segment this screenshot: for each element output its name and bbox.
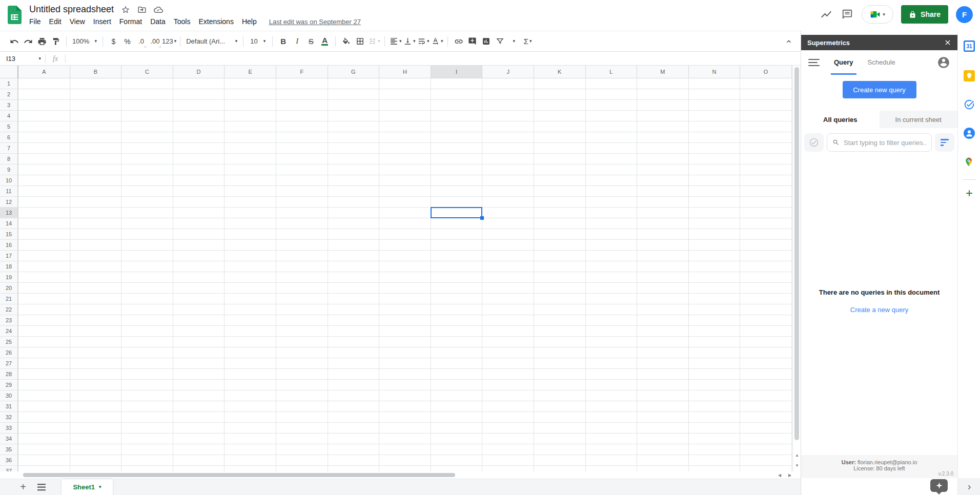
column-header-D[interactable]: D (173, 66, 225, 78)
cell-B30[interactable] (70, 390, 122, 401)
keep-icon[interactable] (964, 70, 975, 81)
sheets-logo[interactable] (8, 6, 22, 24)
cell-J27[interactable] (482, 358, 534, 369)
cell-F4[interactable] (276, 111, 328, 121)
cell-H3[interactable] (379, 100, 431, 111)
column-header-N[interactable]: N (689, 66, 741, 78)
cell-A3[interactable] (18, 100, 70, 111)
cell-J31[interactable] (482, 401, 534, 412)
cell-N6[interactable] (689, 132, 741, 143)
cell-L29[interactable] (586, 380, 638, 390)
cell-C14[interactable] (121, 218, 173, 229)
cell-H5[interactable] (379, 121, 431, 132)
row-header-11[interactable]: 11 (0, 186, 18, 197)
cell-D21[interactable] (173, 294, 225, 304)
cell-A20[interactable] (18, 283, 70, 294)
cell-C1[interactable] (121, 78, 173, 89)
cell-F3[interactable] (276, 100, 328, 111)
cell-B11[interactable] (70, 186, 122, 197)
cell-G36[interactable] (328, 455, 380, 466)
cell-K33[interactable] (534, 423, 586, 434)
collapse-controls-button[interactable] (782, 34, 795, 48)
create-new-query-button[interactable]: Create new query (843, 81, 916, 98)
cell-E13[interactable] (224, 208, 276, 218)
cell-I2[interactable] (431, 89, 483, 100)
cell-O17[interactable] (740, 251, 792, 261)
cell-E25[interactable] (224, 337, 276, 347)
cell-B3[interactable] (70, 100, 122, 111)
cell-D33[interactable] (173, 423, 225, 434)
cell-D8[interactable] (173, 154, 225, 164)
cell-E33[interactable] (224, 423, 276, 434)
cell-E16[interactable] (224, 240, 276, 251)
cell-B13[interactable] (70, 208, 122, 218)
cell-I19[interactable] (431, 272, 483, 283)
cell-A14[interactable] (18, 218, 70, 229)
tasks-icon[interactable] (964, 99, 975, 110)
cell-L26[interactable] (586, 347, 638, 358)
cell-H37[interactable] (379, 466, 431, 471)
row-header-23[interactable]: 23 (0, 315, 18, 326)
cell-F20[interactable] (276, 283, 328, 294)
cell-J12[interactable] (482, 197, 534, 208)
all-sheets-button[interactable] (34, 480, 49, 495)
cell-B35[interactable] (70, 444, 122, 455)
column-header-C[interactable]: C (121, 66, 173, 78)
cell-C16[interactable] (121, 240, 173, 251)
cell-F2[interactable] (276, 89, 328, 100)
cell-J10[interactable] (482, 175, 534, 186)
create-a-new-query-link[interactable]: Create a new query (850, 306, 908, 314)
cell-M32[interactable] (637, 412, 689, 423)
cell-C7[interactable] (121, 143, 173, 154)
row-header-36[interactable]: 36 (0, 455, 18, 466)
cell-B1[interactable] (70, 78, 122, 89)
cell-G30[interactable] (328, 390, 380, 401)
cell-F22[interactable] (276, 304, 328, 315)
cell-C2[interactable] (121, 89, 173, 100)
cell-H32[interactable] (379, 412, 431, 423)
cell-D23[interactable] (173, 315, 225, 326)
cell-E17[interactable] (224, 251, 276, 261)
cell-K13[interactable] (534, 208, 586, 218)
cell-I8[interactable] (431, 154, 483, 164)
cell-J20[interactable] (482, 283, 534, 294)
cell-J24[interactable] (482, 326, 534, 337)
cell-O2[interactable] (740, 89, 792, 100)
cell-M5[interactable] (637, 121, 689, 132)
cell-N28[interactable] (689, 369, 741, 380)
cell-F14[interactable] (276, 218, 328, 229)
cell-N1[interactable] (689, 78, 741, 89)
comment-history-icon[interactable] (841, 8, 854, 21)
cell-G26[interactable] (328, 347, 380, 358)
cell-D1[interactable] (173, 78, 225, 89)
cell-N17[interactable] (689, 251, 741, 261)
zoom-select[interactable]: 100%▾ (70, 34, 99, 48)
cell-I5[interactable] (431, 121, 483, 132)
menu-format[interactable]: Format (115, 17, 146, 26)
cell-C10[interactable] (121, 175, 173, 186)
cell-A8[interactable] (18, 154, 70, 164)
cell-A18[interactable] (18, 261, 70, 272)
cell-O34[interactable] (740, 434, 792, 444)
cell-B28[interactable] (70, 369, 122, 380)
cell-H33[interactable] (379, 423, 431, 434)
cell-D35[interactable] (173, 444, 225, 455)
cell-J7[interactable] (482, 143, 534, 154)
cell-A16[interactable] (18, 240, 70, 251)
cell-L3[interactable] (586, 100, 638, 111)
cell-N12[interactable] (689, 197, 741, 208)
cell-F35[interactable] (276, 444, 328, 455)
cell-D13[interactable] (173, 208, 225, 218)
cell-N24[interactable] (689, 326, 741, 337)
paint-format-button[interactable] (49, 34, 63, 48)
cell-C32[interactable] (121, 412, 173, 423)
cell-B26[interactable] (70, 347, 122, 358)
cell-L31[interactable] (586, 401, 638, 412)
cell-E1[interactable] (224, 78, 276, 89)
cell-O30[interactable] (740, 390, 792, 401)
cell-K37[interactable] (534, 466, 586, 471)
cell-G9[interactable] (328, 164, 380, 175)
cell-L2[interactable] (586, 89, 638, 100)
cell-B5[interactable] (70, 121, 122, 132)
cell-D12[interactable] (173, 197, 225, 208)
